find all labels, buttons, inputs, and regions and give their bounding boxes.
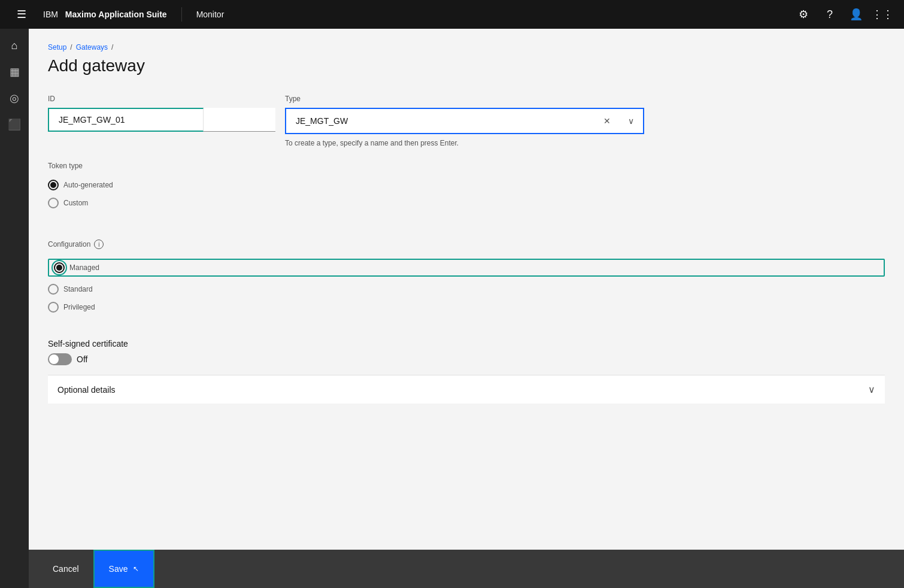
grid-icon: ▦ bbox=[10, 65, 20, 78]
accordion-chevron-icon: ∨ bbox=[868, 384, 875, 395]
config-managed-item[interactable]: Managed bbox=[48, 259, 885, 277]
main-content: Setup / Gateways / Add gateway ID Type ✕ bbox=[29, 29, 904, 588]
config-radio-group: Managed Standard Privileged bbox=[48, 259, 885, 315]
type-chevron-button[interactable]: ∨ bbox=[619, 109, 643, 133]
sidebar: ⌂ ▦ ◎ ⬛ bbox=[0, 29, 29, 588]
home-icon: ⌂ bbox=[11, 40, 18, 52]
id-label: ID bbox=[48, 95, 275, 103]
save-label: Save bbox=[109, 564, 128, 574]
user-icon: 👤 bbox=[850, 8, 863, 21]
apps-icon: ⋮⋮ bbox=[872, 8, 893, 21]
cancel-button[interactable]: Cancel bbox=[38, 550, 93, 588]
user-button[interactable]: 👤 bbox=[844, 0, 868, 29]
accordion-header[interactable]: Optional details ∨ bbox=[48, 375, 885, 404]
configuration-group: Configuration i Managed Standard Privile… bbox=[48, 240, 885, 329]
sidebar-item-grid[interactable]: ▦ bbox=[2, 60, 26, 84]
cert-toggle[interactable] bbox=[48, 353, 72, 365]
breadcrumb-gateways[interactable]: Gateways bbox=[76, 43, 108, 51]
footer: Cancel Save ↖ bbox=[29, 550, 904, 588]
optional-details-accordion: Optional details ∨ bbox=[48, 375, 885, 404]
config-privileged-label: Privileged bbox=[63, 303, 95, 311]
product-name: Monitor bbox=[196, 10, 225, 19]
config-standard-radio[interactable] bbox=[48, 284, 59, 295]
id-form-group: ID bbox=[48, 95, 275, 132]
brand: IBM Maximo Application Suite bbox=[43, 10, 167, 19]
circle-icon: ◎ bbox=[10, 92, 19, 105]
token-auto-radio[interactable] bbox=[48, 180, 59, 190]
settings-icon: ⚙ bbox=[799, 8, 808, 21]
menu-button[interactable]: ☰ bbox=[10, 0, 34, 29]
config-standard-label: Standard bbox=[63, 285, 93, 293]
config-privileged-item[interactable]: Privileged bbox=[48, 302, 885, 313]
config-header: Configuration i bbox=[48, 240, 885, 249]
config-standard-item[interactable]: Standard bbox=[48, 284, 885, 295]
settings-button[interactable]: ⚙ bbox=[791, 0, 815, 29]
id-type-row: ID Type ✕ ∨ To create a type, s bbox=[48, 95, 885, 147]
token-type-radio-group: Auto-generated Custom bbox=[48, 180, 885, 211]
type-combo-actions: ✕ ∨ bbox=[595, 109, 643, 133]
toggle-row: Off bbox=[48, 353, 885, 365]
info-icon[interactable]: i bbox=[94, 240, 104, 249]
id-input[interactable] bbox=[48, 108, 204, 132]
cert-label: Self-signed certificate bbox=[48, 339, 885, 348]
brand-name: IBM bbox=[43, 10, 58, 19]
token-auto-label: Auto-generated bbox=[63, 181, 113, 189]
sidebar-item-square[interactable]: ⬛ bbox=[2, 113, 26, 137]
topnav-actions: ⚙ ? 👤 ⋮⋮ bbox=[791, 0, 894, 29]
token-custom-radio[interactable] bbox=[48, 198, 59, 208]
menu-icon: ☰ bbox=[17, 8, 26, 21]
accordion-label: Optional details bbox=[57, 385, 116, 395]
type-form-group: Type ✕ ∨ To create a type, specify a nam… bbox=[285, 95, 644, 147]
id-input-wrapper bbox=[48, 108, 275, 132]
token-type-label: Token type bbox=[48, 162, 885, 170]
sidebar-item-circle[interactable]: ◎ bbox=[2, 86, 26, 110]
breadcrumb-sep2: / bbox=[111, 43, 113, 51]
breadcrumb-sep1: / bbox=[70, 43, 72, 51]
token-type-group: Token type Auto-generated Custom bbox=[48, 162, 885, 225]
config-privileged-radio[interactable] bbox=[48, 302, 59, 313]
breadcrumb-setup[interactable]: Setup bbox=[48, 43, 66, 51]
type-label: Type bbox=[285, 95, 644, 103]
topnav: ☰ IBM Maximo Application Suite Monitor ⚙… bbox=[0, 0, 904, 29]
apps-button[interactable]: ⋮⋮ bbox=[870, 0, 894, 29]
brand-bold: Maximo Application Suite bbox=[65, 10, 167, 19]
page-title: Add gateway bbox=[48, 56, 885, 75]
help-icon: ? bbox=[827, 8, 833, 21]
token-custom-item[interactable]: Custom bbox=[48, 198, 885, 208]
help-button[interactable]: ? bbox=[818, 0, 842, 29]
token-auto-item[interactable]: Auto-generated bbox=[48, 180, 885, 190]
cert-toggle-label: Off bbox=[77, 354, 87, 364]
config-managed-label: Managed bbox=[69, 263, 99, 272]
type-hint: To create a type, specify a name and the… bbox=[285, 139, 644, 147]
sidebar-item-home[interactable]: ⌂ bbox=[2, 34, 26, 57]
breadcrumb: Setup / Gateways / bbox=[48, 43, 885, 51]
cursor-icon: ↖ bbox=[133, 565, 139, 573]
nav-divider bbox=[181, 7, 182, 22]
type-clear-button[interactable]: ✕ bbox=[595, 109, 619, 133]
close-icon: ✕ bbox=[603, 116, 611, 126]
type-input[interactable] bbox=[286, 109, 595, 133]
token-custom-label: Custom bbox=[63, 199, 88, 207]
config-managed-radio[interactable] bbox=[54, 262, 65, 273]
square-icon: ⬛ bbox=[8, 118, 21, 131]
cert-section: Self-signed certificate Off bbox=[48, 339, 885, 365]
type-combo-wrapper: ✕ ∨ bbox=[285, 108, 644, 134]
save-button[interactable]: Save ↖ bbox=[93, 550, 154, 588]
chevron-down-icon: ∨ bbox=[628, 116, 634, 126]
config-label: Configuration bbox=[48, 240, 90, 248]
